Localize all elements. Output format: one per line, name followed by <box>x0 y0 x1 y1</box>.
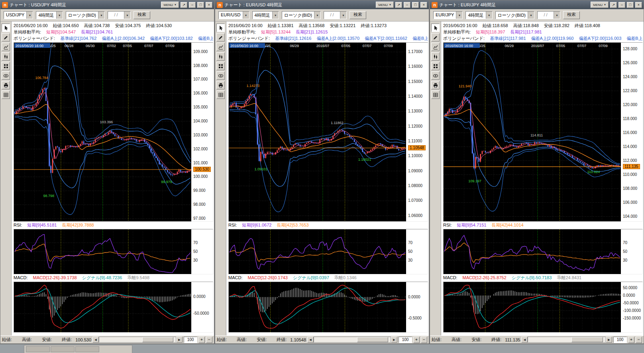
macd-chart[interactable] <box>444 282 621 332</box>
bar-count-input[interactable]: 100 <box>613 337 627 343</box>
chevron-down-icon[interactable]: ▼ <box>340 12 346 19</box>
candle-chart-button[interactable] <box>431 52 440 61</box>
titlebar[interactable]: n チャート : EUR/JPY 4時間足 MENU ▼ ↗ – □ × <box>430 0 644 9</box>
print-button[interactable] <box>431 81 440 89</box>
scroll-left-button[interactable]: ◀ <box>92 337 99 343</box>
timeframe-select[interactable]: 4時間足 ▼ <box>252 11 279 19</box>
scroll-left-button[interactable]: ◀ <box>307 337 314 343</box>
print-button[interactable] <box>2 81 10 89</box>
scroll-right-button[interactable]: ▶ <box>606 337 612 343</box>
menu-button[interactable]: MENU ▼ <box>161 2 179 8</box>
minimize-button[interactable]: – <box>618 2 625 8</box>
chevron-down-icon[interactable]: ▼ <box>528 12 534 19</box>
close-button[interactable]: × <box>206 2 212 8</box>
maximize-button[interactable]: □ <box>627 2 634 8</box>
candlestick-chart[interactable]: 121.940109.197114.811110.82406/2506/2920… <box>444 43 621 221</box>
candletype-select[interactable]: ローソク(BID) ▼ <box>66 11 105 19</box>
macd-chart[interactable] <box>229 282 406 332</box>
candlestick-chart[interactable]: 106.78498.798103.39699.97906/2506/2806/3… <box>14 43 191 221</box>
candle-chart-button[interactable] <box>2 52 10 61</box>
scroll-right-button[interactable]: ▶ <box>176 337 183 343</box>
minimize-button[interactable]: – <box>189 2 196 8</box>
titlebar[interactable]: n チャート : EUR/USD 4時間足 MENU ▼ ↗ – □ × <box>215 0 429 9</box>
cursor-tool-button[interactable] <box>2 24 10 32</box>
chevron-down-icon[interactable]: ▼ <box>456 12 462 19</box>
timeframe-select[interactable]: 4時間足 ▼ <box>465 11 492 19</box>
bar-count-input[interactable]: 100 <box>399 337 412 343</box>
indicator-settings-button[interactable] <box>431 62 440 70</box>
menu-button[interactable]: MENU ▼ <box>591 2 609 8</box>
scrollbar-thumb[interactable] <box>357 337 389 342</box>
line-chart-button[interactable] <box>431 43 440 51</box>
timeframe-select[interactable]: 4時間足 ▼ <box>36 11 63 19</box>
pair-select[interactable]: USD/JPY ▼ <box>4 11 33 19</box>
chevron-down-icon[interactable]: ▼ <box>56 12 63 19</box>
rsi-chart[interactable] <box>14 229 191 274</box>
scrollbar-thumb[interactable] <box>571 337 603 342</box>
data-table-button[interactable] <box>431 91 440 99</box>
popout-button[interactable]: ↗ <box>181 2 187 8</box>
print-button[interactable] <box>216 81 225 89</box>
scrollbar-thumb[interactable] <box>142 337 174 342</box>
view-settings-button[interactable] <box>2 71 10 80</box>
chevron-down-icon[interactable]: ▼ <box>98 12 104 19</box>
date-input[interactable]: / / ▼ <box>537 11 560 19</box>
cursor-tool-button[interactable] <box>216 24 225 32</box>
zoom-in-button[interactable]: + <box>198 337 205 343</box>
background-window-fragment[interactable] <box>24 345 132 353</box>
candletype-select[interactable]: ローソク(BID) ▼ <box>495 11 534 19</box>
search-button[interactable]: 検索 <box>563 11 580 19</box>
maximize-button[interactable]: □ <box>197 2 204 8</box>
zoom-in-button[interactable]: + <box>413 337 420 343</box>
scrollbar-track[interactable] <box>528 337 606 343</box>
chevron-down-icon[interactable]: ▼ <box>554 12 560 19</box>
scrollbar-track[interactable] <box>314 337 391 343</box>
titlebar[interactable]: n チャート : USD/JPY 4時間足 MENU ▼ ↗ – □ × <box>0 0 214 9</box>
indicator-settings-button[interactable] <box>2 62 10 70</box>
zoom-out-button[interactable]: − <box>421 337 427 343</box>
indicator-settings-button[interactable] <box>216 62 225 70</box>
draw-tool-button[interactable] <box>2 33 10 41</box>
chevron-down-icon[interactable]: ▼ <box>314 12 320 19</box>
chevron-down-icon[interactable]: ▼ <box>26 12 33 19</box>
draw-tool-button[interactable] <box>216 33 225 41</box>
chevron-down-icon[interactable]: ▼ <box>272 12 279 19</box>
chevron-down-icon[interactable]: ▼ <box>124 12 130 19</box>
pair-select[interactable]: EUR/JPY ▼ <box>433 11 463 19</box>
popout-button[interactable]: ↗ <box>395 2 402 8</box>
search-button[interactable]: 検索 <box>134 11 150 19</box>
cursor-tool-button[interactable] <box>431 24 440 32</box>
pair-select[interactable]: EUR/USD ▼ <box>218 11 249 19</box>
draw-tool-button[interactable] <box>431 33 440 41</box>
close-button[interactable]: × <box>635 2 642 8</box>
search-button[interactable]: 検索 <box>349 11 366 19</box>
popout-button[interactable]: ↗ <box>610 2 617 8</box>
minimize-button[interactable]: – <box>404 2 410 8</box>
date-input[interactable]: / / ▼ <box>108 11 131 19</box>
close-button[interactable]: × <box>420 2 427 8</box>
bar-count-input[interactable]: 100 <box>184 337 197 343</box>
chevron-down-icon[interactable]: ▼ <box>243 12 249 19</box>
line-chart-button[interactable] <box>2 43 10 51</box>
line-chart-button[interactable] <box>216 43 225 51</box>
view-settings-button[interactable] <box>216 71 225 80</box>
scrollbar-track[interactable] <box>99 337 176 343</box>
zoom-in-button[interactable]: + <box>628 337 634 343</box>
rsi-chart[interactable] <box>444 229 621 274</box>
zoom-out-button[interactable]: − <box>636 337 642 343</box>
data-table-button[interactable] <box>2 91 10 99</box>
menu-button[interactable]: MENU ▼ <box>376 2 394 8</box>
maximize-button[interactable]: □ <box>412 2 419 8</box>
date-input[interactable]: / / ▼ <box>324 11 347 19</box>
rsi-chart[interactable] <box>229 229 406 274</box>
candlestick-chart[interactable]: 1.142731.091011.118621.1002106/2506/2920… <box>229 43 406 221</box>
scroll-right-button[interactable]: ▶ <box>391 337 397 343</box>
macd-chart[interactable] <box>14 282 191 332</box>
view-settings-button[interactable] <box>431 71 440 80</box>
data-table-button[interactable] <box>216 91 225 99</box>
scroll-left-button[interactable]: ◀ <box>521 337 528 343</box>
zoom-out-button[interactable]: − <box>206 337 212 343</box>
candletype-select[interactable]: ローソク(BID) ▼ <box>282 11 321 19</box>
candle-chart-button[interactable] <box>216 52 225 61</box>
chevron-down-icon[interactable]: ▼ <box>486 12 492 19</box>
